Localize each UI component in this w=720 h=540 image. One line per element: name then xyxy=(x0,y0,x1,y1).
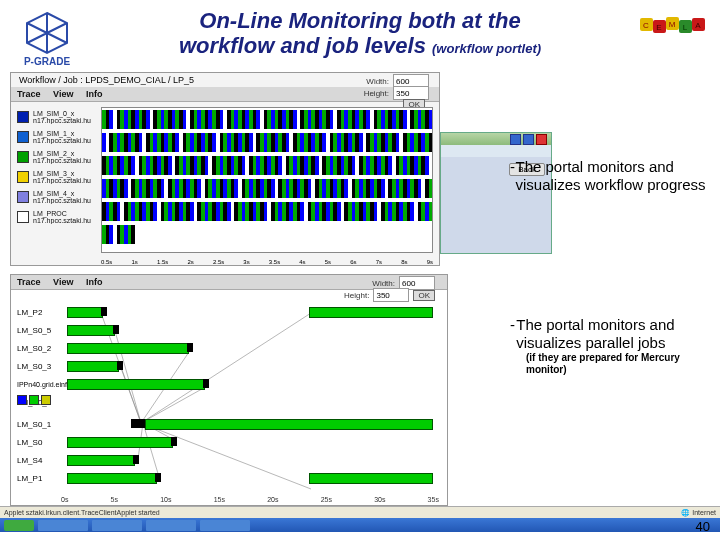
ok-button[interactable]: OK xyxy=(413,290,435,301)
status-bar: Applet sztaki.lrkun.client.TraceClientAp… xyxy=(0,506,720,518)
height-input[interactable] xyxy=(373,288,409,302)
trace-viewer-upper: Workflow / Job : LPDS_DEMO_CIAL / LP_5 T… xyxy=(10,72,440,266)
job-label: LM_P1 xyxy=(17,469,42,487)
svg-text:P-GRADE: P-GRADE xyxy=(24,56,70,67)
time-axis: 0.5s1s1.5s2s2.5s3s3.5s4s5s6s7s8s9s xyxy=(101,259,433,265)
job-label: LM_S0_5 xyxy=(17,321,51,339)
job-label: LM_P2 xyxy=(17,303,42,321)
taskbar-item[interactable] xyxy=(200,520,250,531)
proc-row: LM_SIM_3_xn17.hpcc.sztaki.hu xyxy=(13,167,99,187)
svg-text:C: C xyxy=(643,21,649,30)
proc-row: LM_SIM_1_xn17.hpcc.sztaki.hu xyxy=(13,127,99,147)
start-button[interactable] xyxy=(4,520,34,531)
taskbar-item[interactable] xyxy=(92,520,142,531)
bullet-1: -The portal monitors and visualizes work… xyxy=(510,158,710,194)
menu-trace[interactable]: Trace xyxy=(17,89,41,99)
maximize-icon[interactable] xyxy=(523,134,534,145)
proc-row: LM_SIM_0_xn17.hpcc.sztaki.hu xyxy=(13,107,99,127)
time-axis-lower: 0s5s10s15s20s25s30s35s xyxy=(61,496,439,503)
taskbar xyxy=(0,518,720,532)
height-label: Height: xyxy=(344,291,369,300)
svg-text:L: L xyxy=(683,23,688,32)
proc-row: LM_PROCn17.hpcc.sztaki.hu xyxy=(13,207,99,227)
color-legend xyxy=(17,395,51,405)
minimize-icon[interactable] xyxy=(510,134,521,145)
height-input[interactable] xyxy=(393,86,429,100)
pgrade-logo: P-GRADE xyxy=(12,8,82,68)
taskbar-item[interactable] xyxy=(38,520,88,531)
svg-text:A: A xyxy=(695,21,701,30)
menu-info[interactable]: Info xyxy=(86,277,103,287)
taskbar-item[interactable] xyxy=(146,520,196,531)
job-label: LM_S0_1 xyxy=(17,415,51,433)
slide-title: On-Line Monitoring both at the workflow … xyxy=(82,8,638,59)
job-label: LM_S0 xyxy=(17,433,42,451)
job-label: LM_S0_3 xyxy=(17,357,51,375)
browser-titlebar xyxy=(441,133,551,145)
page-number: 40 xyxy=(696,519,710,534)
trace-chart xyxy=(101,107,433,253)
menu-view[interactable]: View xyxy=(53,89,73,99)
height-label: Height: xyxy=(364,89,389,98)
menu-view[interactable]: View xyxy=(53,277,73,287)
proc-row: LM_SIM_4_xn17.hpcc.sztaki.hu xyxy=(13,187,99,207)
bullet-2-note: (if they are prepared for Mercury monito… xyxy=(526,352,710,376)
menu-trace[interactable]: Trace xyxy=(17,277,41,287)
job-label: LM_S4 xyxy=(17,451,42,469)
puzzle-logo: C E M L A xyxy=(638,8,708,48)
proc-row: LM_SIM_2_xn17.hpcc.sztaki.hu xyxy=(13,147,99,167)
trace-viewer-lower: Trace View Info Width: Height: OK LM_P2 … xyxy=(10,274,448,506)
close-icon[interactable] xyxy=(536,134,547,145)
svg-text:M: M xyxy=(669,20,676,29)
menu-info[interactable]: Info xyxy=(86,89,103,99)
svg-text:E: E xyxy=(656,23,661,32)
job-label: LM_S0_2 xyxy=(17,339,51,357)
bullet-2: -The portal monitors and visualizes para… xyxy=(510,316,710,376)
workflow-path: Workflow / Job : LPDS_DEMO_CIAL / LP_5 xyxy=(19,75,194,85)
